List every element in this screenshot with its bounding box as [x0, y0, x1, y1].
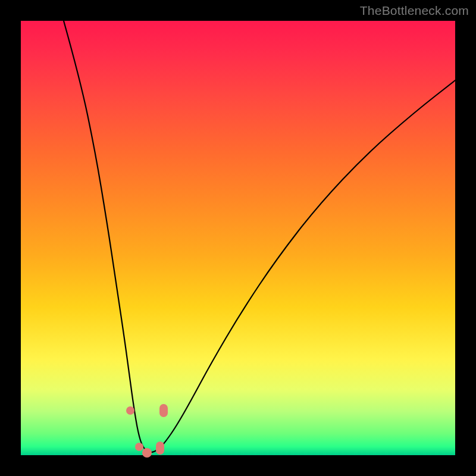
data-marker: [135, 443, 143, 451]
plot-area: [21, 21, 455, 455]
data-marker: [156, 441, 164, 455]
data-marker: [159, 404, 168, 417]
bottleneck-curve: [64, 21, 455, 452]
marker-group: [126, 404, 168, 458]
curve-svg: [21, 21, 455, 455]
chart-frame: TheBottleneck.com: [0, 0, 476, 476]
data-marker: [126, 406, 134, 415]
data-marker: [142, 448, 152, 458]
watermark-text: TheBottleneck.com: [360, 4, 469, 18]
